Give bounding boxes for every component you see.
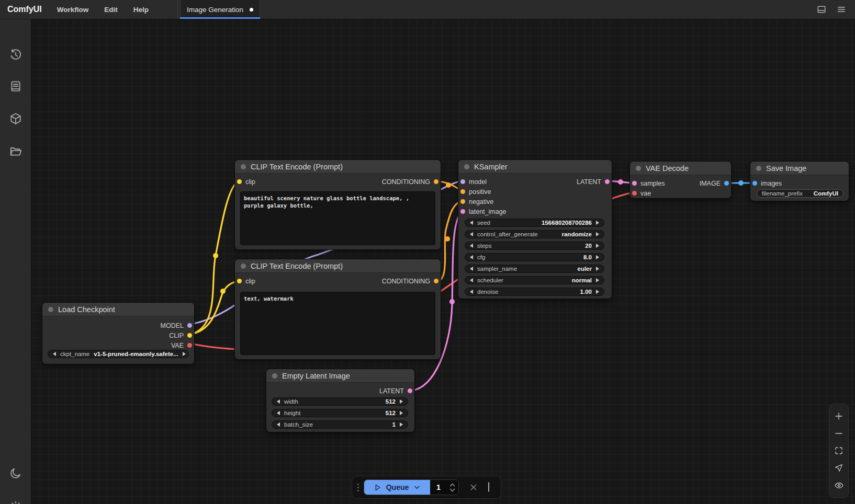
prev-value-icon[interactable] (470, 278, 473, 282)
node-header[interactable]: Empty Latent Image (266, 369, 414, 383)
node-header[interactable]: CLIP Text Encode (Prompt) (235, 259, 441, 273)
output-port-image[interactable] (724, 181, 729, 186)
input-port-latent-image[interactable] (460, 209, 465, 214)
prev-value-icon[interactable] (470, 244, 473, 248)
menu-workflow[interactable]: Workflow (49, 0, 97, 19)
input-port-clip[interactable] (237, 279, 242, 283)
collapse-dot-icon[interactable] (48, 307, 53, 312)
prev-value-icon[interactable] (53, 352, 56, 356)
node-clip-text-encode-positive[interactable]: CLIP Text Encode (Prompt) clip CONDITION… (234, 159, 441, 250)
fit-view-icon[interactable] (833, 445, 845, 456)
next-value-icon[interactable] (596, 221, 599, 225)
node-ksampler[interactable]: KSampler model LATENT positive negative … (458, 159, 612, 299)
output-port-conditioning[interactable] (434, 179, 438, 184)
hamburger-menu-icon[interactable] (835, 3, 848, 16)
next-value-icon[interactable] (596, 244, 599, 248)
node-empty-latent-image[interactable]: Empty Latent Image LATENT width 512 heig… (266, 369, 415, 432)
node-header[interactable]: CLIP Text Encode (Prompt) (235, 160, 441, 174)
prev-value-icon[interactable] (470, 232, 473, 236)
widget-batch-size[interactable]: batch_size 1 (272, 420, 408, 429)
node-save-image[interactable]: Save Image images filename_prefix ComfyU… (750, 161, 849, 201)
prev-value-icon[interactable] (277, 399, 280, 404)
input-port-clip[interactable] (237, 179, 242, 184)
queue-button[interactable]: Queue (364, 480, 430, 495)
node-graph-canvas[interactable]: Load Checkpoint MODEL CLIP VAE ckpt_name… (31, 19, 855, 504)
menu-help[interactable]: Help (126, 0, 156, 19)
node-vae-decode[interactable]: VAE Decode samples IMAGE vae (629, 161, 732, 199)
output-port-conditioning[interactable] (434, 279, 438, 283)
input-port-negative[interactable] (460, 199, 465, 204)
step-up-icon[interactable] (449, 483, 455, 487)
model-library-icon[interactable] (8, 111, 23, 126)
select-cursor-icon[interactable] (833, 462, 845, 474)
widget-scheduler[interactable]: scheduler normal (465, 276, 604, 284)
collapse-dot-icon[interactable] (636, 166, 641, 171)
next-value-icon[interactable] (400, 399, 403, 404)
node-header[interactable]: Load Checkpoint (42, 303, 194, 316)
input-port-images[interactable] (752, 181, 757, 186)
widget-height[interactable]: height 512 (272, 409, 408, 417)
output-port-latent[interactable] (605, 179, 610, 184)
prompt-textarea[interactable]: beautiful scenery nature glass bottle la… (240, 191, 435, 245)
collapse-dot-icon[interactable] (241, 164, 246, 169)
batch-count-input[interactable]: 1 (430, 480, 458, 495)
workflows-folder-icon[interactable] (8, 144, 23, 158)
prompt-textarea[interactable]: text, watermark (240, 292, 435, 355)
step-down-icon[interactable] (449, 488, 455, 492)
history-icon[interactable] (8, 48, 23, 62)
node-header[interactable]: Save Image (750, 162, 849, 175)
widget-cfg[interactable]: cfg 8.0 (465, 253, 604, 261)
prev-value-icon[interactable] (277, 422, 280, 427)
drag-handle-icon[interactable] (357, 484, 359, 491)
widget-width[interactable]: width 512 (272, 397, 408, 406)
zoom-out-icon[interactable] (833, 428, 845, 439)
widget-value: 512 (386, 398, 396, 405)
clear-queue-icon[interactable] (469, 483, 478, 491)
collapse-dot-icon[interactable] (272, 373, 277, 379)
input-port-vae[interactable] (632, 191, 637, 196)
settings-gear-icon[interactable] (8, 499, 23, 504)
next-value-icon[interactable] (596, 267, 599, 271)
widget-ckpt-name[interactable]: ckpt_name v1-5-pruned-emaonly.safete... (48, 350, 189, 358)
bottom-panel-toggle-icon[interactable] (815, 3, 828, 16)
output-port-vae[interactable] (187, 343, 192, 348)
toggle-link-visibility-eye-icon[interactable] (833, 479, 845, 491)
next-value-icon[interactable] (596, 232, 599, 236)
widget-denoise[interactable]: denoise 1.00 (465, 288, 604, 296)
theme-toggle-moon-icon[interactable] (8, 466, 23, 480)
next-value-icon[interactable] (400, 411, 403, 415)
stop-icon[interactable] (488, 483, 489, 492)
prev-value-icon[interactable] (470, 290, 473, 294)
next-value-icon[interactable] (183, 352, 186, 356)
prev-value-icon[interactable] (470, 267, 473, 271)
output-port-model[interactable] (187, 323, 192, 328)
collapse-dot-icon[interactable] (464, 164, 469, 169)
tab-image-generation[interactable]: Image Generation (180, 0, 260, 19)
widget-filename-prefix[interactable]: filename_prefix ComfyUI (757, 189, 843, 198)
prev-value-icon[interactable] (470, 221, 473, 225)
output-port-latent[interactable] (408, 388, 412, 393)
node-header[interactable]: VAE Decode (630, 162, 731, 175)
input-port-model[interactable] (460, 179, 465, 184)
input-port-samples[interactable] (632, 181, 637, 186)
widget-sampler-name[interactable]: sampler_name euler (465, 265, 604, 273)
node-header[interactable]: KSampler (458, 160, 612, 174)
next-value-icon[interactable] (596, 278, 599, 282)
input-port-positive[interactable] (460, 189, 465, 194)
collapse-dot-icon[interactable] (241, 264, 246, 269)
output-port-clip[interactable] (187, 333, 192, 338)
zoom-in-icon[interactable] (833, 410, 845, 422)
widget-steps[interactable]: steps 20 (465, 242, 604, 250)
node-clip-text-encode-negative[interactable]: CLIP Text Encode (Prompt) clip CONDITION… (234, 259, 441, 360)
widget-control-after-generate[interactable]: control_after_generate randomize (465, 230, 604, 238)
menu-edit[interactable]: Edit (96, 0, 126, 19)
next-value-icon[interactable] (596, 290, 599, 294)
prev-value-icon[interactable] (277, 411, 280, 415)
collapse-dot-icon[interactable] (756, 166, 761, 171)
node-load-checkpoint[interactable]: Load Checkpoint MODEL CLIP VAE ckpt_name… (42, 302, 195, 364)
next-value-icon[interactable] (596, 255, 599, 259)
node-library-icon[interactable] (8, 79, 23, 94)
widget-seed[interactable]: seed 156680208700286 (465, 219, 604, 227)
next-value-icon[interactable] (400, 422, 403, 427)
prev-value-icon[interactable] (470, 255, 473, 259)
